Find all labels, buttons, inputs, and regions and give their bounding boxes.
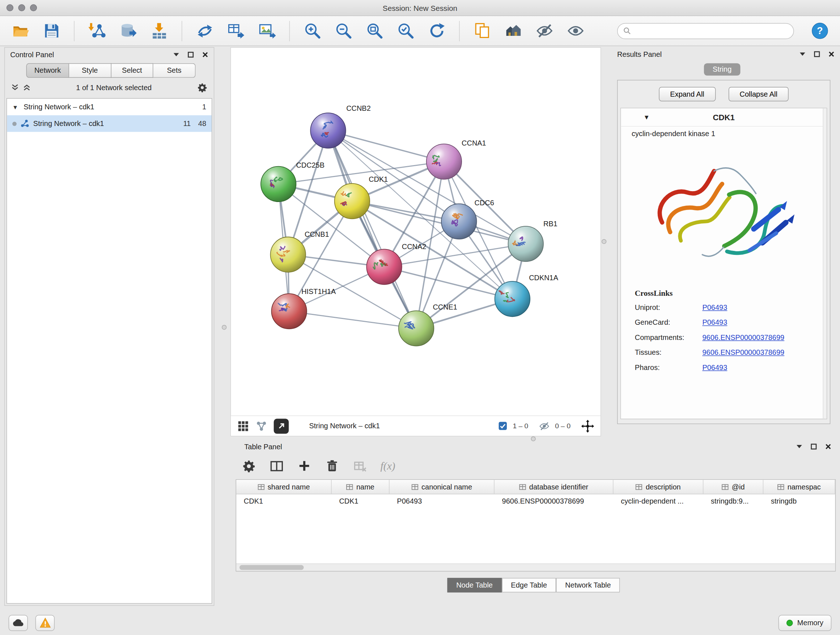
panel-float-button[interactable] [810, 443, 817, 450]
panel-float-button[interactable] [813, 51, 820, 57]
tab-network-table[interactable]: Network Table [556, 578, 620, 592]
panel-float-button[interactable] [187, 51, 194, 58]
table-options-button[interactable] [241, 458, 256, 473]
results-scrollbar[interactable] [823, 108, 827, 418]
delete-table-button-disabled[interactable] [352, 458, 367, 473]
zoom-window-button[interactable] [30, 4, 37, 11]
hide-selected-button[interactable] [532, 19, 556, 43]
crosslink-link[interactable]: P06493 [702, 363, 727, 371]
memory-button[interactable]: Memory [778, 615, 831, 631]
help-button[interactable]: ? [808, 19, 831, 43]
zoom-out-button[interactable] [332, 19, 355, 43]
network-collection-row[interactable]: ▼ String Network – cdk1 1 [7, 98, 212, 115]
warnings-button[interactable] [35, 615, 55, 631]
network-node-hist1h1a[interactable] [271, 294, 306, 329]
zoom-fit-button[interactable] [363, 19, 386, 43]
export-view-button[interactable] [274, 418, 289, 433]
tab-network[interactable]: Network [27, 63, 69, 78]
network-node-cdc25b[interactable] [261, 166, 296, 202]
export-image-button[interactable] [255, 19, 279, 43]
crosslink-link[interactable]: P06493 [702, 303, 727, 311]
splitter-handle[interactable] [602, 239, 606, 244]
column-header-shared-name[interactable]: shared name [236, 480, 332, 494]
crosslink-link[interactable]: 9606.ENSP00000378699 [702, 333, 784, 341]
zoom-in-button[interactable] [301, 19, 324, 43]
network-options-button[interactable] [197, 82, 207, 92]
import-table-button[interactable] [147, 19, 171, 43]
clone-network-button[interactable] [193, 19, 216, 43]
close-icon [202, 51, 208, 58]
panel-menu-button[interactable] [796, 443, 802, 450]
panel-menu-button[interactable] [799, 51, 806, 57]
network-edge[interactable] [328, 131, 416, 328]
function-builder-button[interactable]: f(x) [380, 458, 395, 473]
cloud-status-button[interactable] [9, 615, 28, 631]
copy-document-button[interactable] [470, 19, 494, 43]
network-node-ccnb2[interactable] [310, 113, 346, 148]
crosslink-link[interactable]: P06493 [702, 318, 727, 326]
string-home-button[interactable] [501, 19, 525, 43]
column-header-database-identifier[interactable]: database identifier [494, 480, 614, 494]
import-network-database-button[interactable] [116, 19, 140, 43]
tab-sets[interactable]: Sets [153, 63, 196, 78]
toolbar-search[interactable] [617, 23, 794, 39]
network-node-cdk1[interactable] [335, 184, 370, 219]
collection-expand-icon[interactable]: ▼ [12, 104, 20, 111]
show-all-button[interactable] [564, 19, 587, 43]
zoom-selected-button[interactable] [393, 19, 417, 43]
tab-node-table[interactable]: Node Table [447, 578, 502, 592]
minimize-window-button[interactable] [18, 4, 25, 11]
splitter-handle[interactable] [531, 436, 536, 441]
grid-view-button[interactable] [237, 420, 249, 432]
tab-edge-table[interactable]: Edge Table [502, 578, 556, 592]
network-row-selected[interactable]: String Network – cdk1 11 48 [7, 115, 212, 132]
collapse-all-networks-button[interactable] [23, 84, 31, 91]
search-input[interactable] [634, 27, 788, 35]
collapse-all-button[interactable]: Collapse All [728, 87, 789, 101]
column-header-name[interactable]: name [332, 480, 390, 494]
tab-string[interactable]: String [704, 63, 740, 76]
delete-column-button[interactable] [325, 458, 339, 473]
network-node-ccnb1[interactable] [271, 237, 306, 272]
birdseye-view-button[interactable] [256, 420, 267, 432]
panel-close-button[interactable] [824, 443, 831, 450]
network-node-cdc6[interactable] [441, 204, 477, 239]
fit-selected-button[interactable] [581, 420, 594, 432]
network-edge[interactable] [289, 311, 416, 328]
panel-close-button[interactable] [828, 51, 835, 57]
table-row[interactable]: CDK1 CDK1 P06493 9606.ENSP00000378699 cy… [236, 494, 835, 509]
refresh-button[interactable] [425, 19, 448, 43]
column-header-description[interactable]: description [614, 480, 704, 494]
column-header-id[interactable]: @id [703, 480, 763, 494]
protein-collapse-icon[interactable]: ▼ [644, 113, 650, 121]
expand-all-networks-button[interactable] [11, 84, 19, 91]
network-node-rb1[interactable] [508, 226, 543, 261]
tab-style[interactable]: Style [69, 63, 111, 78]
show-columns-button[interactable] [269, 458, 284, 473]
network-from-table-button[interactable] [224, 19, 248, 43]
network-node-ccne1[interactable] [399, 310, 434, 346]
network-canvas[interactable]: CCNB2CCNA1CDC25BCDK1CDC6RB1CCNB1CCNA2CDK… [231, 48, 600, 416]
splitter-handle[interactable] [222, 325, 226, 329]
save-session-button[interactable] [40, 19, 63, 43]
network-graph[interactable]: CCNB2CCNA1CDC25BCDK1CDC6RB1CCNB1CCNA2CDK… [231, 48, 600, 416]
tab-select[interactable]: Select [111, 63, 153, 78]
table-to-network-icon [227, 22, 245, 40]
scrollbar-thumb[interactable] [240, 565, 304, 570]
panel-menu-button[interactable] [172, 51, 180, 58]
close-window-button[interactable] [6, 4, 13, 11]
create-column-button[interactable] [297, 458, 311, 473]
panel-close-button[interactable] [202, 51, 208, 58]
network-node-ccna1[interactable] [426, 144, 462, 179]
column-header-namespace[interactable]: namespac [763, 480, 835, 494]
search-icon [623, 27, 631, 35]
expand-all-button[interactable]: Expand All [659, 87, 715, 101]
import-network-file-button[interactable] [85, 19, 109, 43]
crosslink-link[interactable]: 9606.ENSP00000378699 [702, 348, 784, 356]
horizontal-scrollbar[interactable] [236, 563, 835, 571]
network-node-cdkn1a[interactable] [495, 281, 530, 317]
open-session-button[interactable] [9, 19, 32, 43]
column-header-canonical-name[interactable]: canonical name [390, 480, 494, 494]
node-label: CDC25B [296, 161, 325, 169]
network-node-ccna2[interactable] [366, 249, 401, 284]
